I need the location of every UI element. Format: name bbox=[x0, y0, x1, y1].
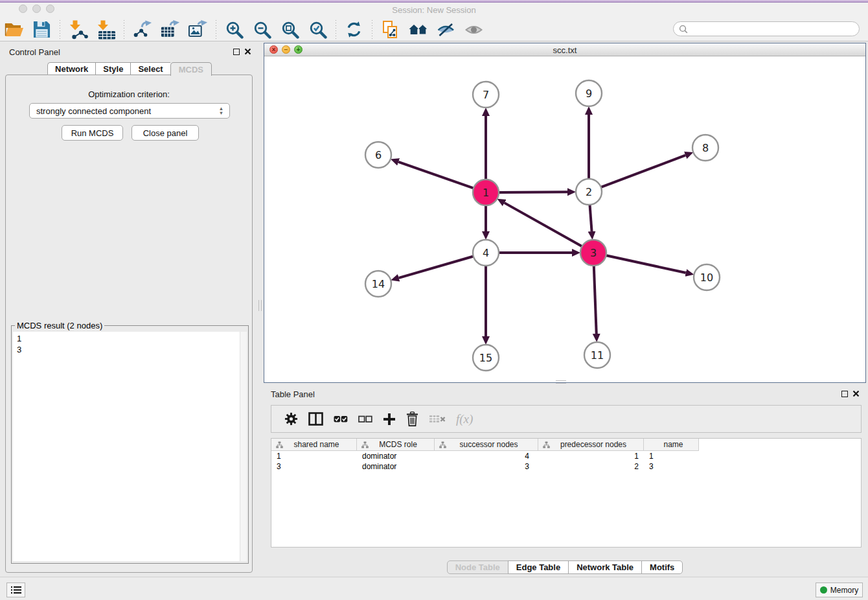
svg-text:8: 8 bbox=[702, 142, 709, 154]
table-settings-icon[interactable] bbox=[284, 410, 298, 429]
memory-status-icon bbox=[820, 586, 827, 594]
home-layout-icon[interactable] bbox=[409, 20, 428, 40]
graph-node-4[interactable]: 4 bbox=[473, 240, 499, 266]
result-scrollbar[interactable] bbox=[240, 332, 247, 561]
edge-4-14[interactable] bbox=[399, 256, 475, 278]
close-table-panel-icon[interactable] bbox=[852, 390, 860, 397]
list-icon bbox=[11, 586, 21, 594]
run-mcds-button[interactable]: Run MCDS bbox=[62, 125, 123, 141]
delete-column-icon[interactable] bbox=[429, 410, 446, 429]
graph-node-6[interactable]: 6 bbox=[365, 142, 391, 168]
svg-text:4: 4 bbox=[483, 247, 489, 259]
delete-row-icon[interactable] bbox=[406, 410, 418, 429]
zoom-in-icon[interactable] bbox=[225, 20, 244, 40]
mcds-result-list[interactable]: 13 bbox=[13, 332, 240, 561]
tab-node-table[interactable]: Node Table bbox=[447, 560, 508, 574]
export-network-icon[interactable] bbox=[133, 20, 152, 40]
float-table-panel-icon[interactable] bbox=[841, 391, 848, 397]
edge-1-2[interactable] bbox=[497, 192, 567, 192]
column-header-MCDS-role[interactable]: MCDS role bbox=[357, 439, 435, 451]
export-image-icon[interactable] bbox=[188, 20, 208, 40]
select-all-icon[interactable] bbox=[334, 410, 348, 429]
mcds-result-box: MCDS result (2 nodes) 13 bbox=[11, 325, 249, 564]
zoom-selected-icon[interactable] bbox=[308, 20, 328, 40]
graph-node-10[interactable]: 10 bbox=[694, 264, 720, 290]
toolbar-separator bbox=[216, 20, 216, 40]
table-row[interactable]: 3dominator323 bbox=[271, 461, 861, 472]
svg-text:7: 7 bbox=[483, 89, 489, 101]
network-graph: 7968124314101511 bbox=[264, 56, 865, 382]
table-panel: Table Panel f(x) shared nameMCDS rolesuc… bbox=[264, 386, 866, 574]
graph-node-2[interactable]: 2 bbox=[576, 179, 602, 205]
import-table-icon[interactable] bbox=[97, 20, 116, 40]
hide-selected-icon[interactable] bbox=[437, 20, 456, 40]
tab-select[interactable]: Select bbox=[130, 62, 170, 75]
table-body: 1dominator4113dominator323 bbox=[271, 451, 861, 472]
close-panel-icon[interactable] bbox=[244, 48, 251, 55]
graph-node-1[interactable]: 1 bbox=[473, 179, 499, 205]
refresh-view-icon[interactable] bbox=[345, 20, 364, 40]
edge-2-3[interactable] bbox=[589, 203, 591, 231]
toolbar-separator bbox=[372, 20, 372, 40]
window-top-accent bbox=[0, 0, 868, 3]
edge-3-11[interactable] bbox=[594, 264, 597, 334]
graph-node-7[interactable]: 7 bbox=[473, 82, 499, 108]
column-header-name[interactable]: name bbox=[644, 439, 699, 451]
tab-edge-table[interactable]: Edge Table bbox=[508, 560, 569, 574]
show-all-icon[interactable] bbox=[464, 20, 484, 40]
tab-network-table[interactable]: Network Table bbox=[568, 560, 642, 574]
svg-text:11: 11 bbox=[591, 349, 604, 362]
open-session-icon[interactable] bbox=[5, 20, 24, 40]
window-title: Session: New Session bbox=[0, 5, 868, 15]
graph-node-9[interactable]: 9 bbox=[576, 80, 602, 106]
unselect-all-icon[interactable] bbox=[358, 410, 372, 429]
network-view-window: × − + scc.txt 7968124314101511 bbox=[264, 43, 866, 383]
column-header-shared-name[interactable]: shared name bbox=[271, 439, 357, 451]
svg-text:6: 6 bbox=[375, 149, 382, 161]
svg-text:10: 10 bbox=[700, 271, 713, 284]
svg-text:1: 1 bbox=[483, 187, 489, 199]
float-panel-icon[interactable] bbox=[233, 49, 240, 55]
graph-node-15[interactable]: 15 bbox=[473, 345, 499, 371]
tab-style[interactable]: Style bbox=[95, 62, 130, 75]
task-history-button[interactable] bbox=[6, 583, 25, 597]
tab-mcds[interactable]: MCDS bbox=[170, 62, 212, 76]
criterion-value: strongly connected component bbox=[36, 106, 151, 116]
add-row-icon[interactable] bbox=[383, 410, 396, 429]
vertical-split-handle[interactable] bbox=[258, 300, 262, 311]
import-network-icon[interactable] bbox=[69, 20, 88, 40]
graph-node-3[interactable]: 3 bbox=[580, 240, 606, 266]
export-table-icon[interactable] bbox=[161, 20, 180, 40]
toolbar-separator bbox=[124, 20, 124, 40]
tab-network[interactable]: Network bbox=[47, 62, 95, 75]
select-stepper-icon: ▲▼ bbox=[218, 106, 225, 117]
zoom-fit-icon[interactable] bbox=[280, 20, 300, 40]
control-panel: Control Panel NetworkStyleSelectMCDS Opt… bbox=[3, 43, 257, 574]
edge-2-8[interactable] bbox=[600, 156, 685, 188]
search-input[interactable] bbox=[673, 21, 860, 36]
clone-network-icon[interactable] bbox=[381, 20, 400, 40]
column-header-predecessor-nodes[interactable]: predecessor nodes bbox=[538, 439, 644, 451]
svg-text:3: 3 bbox=[590, 247, 597, 259]
save-session-icon[interactable] bbox=[32, 20, 52, 40]
column-header-successor-nodes[interactable]: successor nodes bbox=[435, 439, 538, 451]
close-panel-button[interactable]: Close panel bbox=[131, 125, 199, 141]
edge-1-6[interactable] bbox=[398, 162, 475, 189]
edge-3-10[interactable] bbox=[605, 255, 686, 273]
svg-text:2: 2 bbox=[586, 186, 592, 198]
tab-motifs[interactable]: Motifs bbox=[641, 560, 683, 574]
table-row[interactable]: 1dominator411 bbox=[271, 451, 861, 461]
graph-node-11[interactable]: 11 bbox=[584, 342, 610, 368]
show-columns-icon[interactable] bbox=[308, 410, 323, 429]
zoom-out-icon[interactable] bbox=[253, 20, 272, 40]
graph-node-8[interactable]: 8 bbox=[692, 135, 718, 161]
graph-node-14[interactable]: 14 bbox=[365, 271, 391, 297]
network-canvas[interactable]: 7968124314101511 bbox=[264, 56, 865, 382]
network-window-titlebar[interactable]: × − + scc.txt bbox=[264, 43, 865, 56]
horizontal-split-handle[interactable] bbox=[556, 380, 566, 384]
search-icon bbox=[679, 25, 688, 34]
edge-3-1[interactable] bbox=[505, 203, 584, 247]
criterion-select[interactable]: strongly connected component ▲▼ bbox=[29, 103, 230, 119]
memory-button[interactable]: Memory bbox=[816, 583, 863, 597]
mcds-panel: Optimization criterion: strongly connect… bbox=[5, 75, 253, 573]
